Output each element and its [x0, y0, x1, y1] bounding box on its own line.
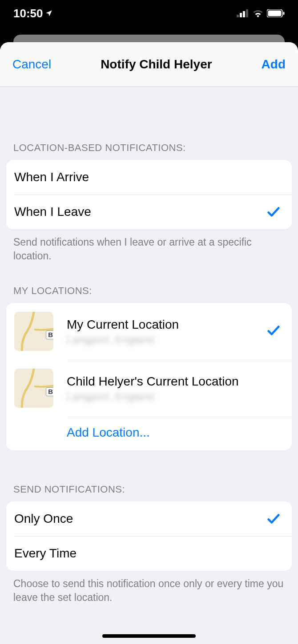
svg-rect-6 [283, 12, 285, 15]
option-label: When I Leave [14, 205, 266, 219]
option-when-i-leave[interactable]: When I Leave [6, 195, 292, 229]
option-label: When I Arrive [14, 170, 281, 184]
checkmark-icon [266, 204, 281, 219]
status-bar: 10:50 [0, 0, 298, 27]
modal-sheet: Cancel Notify Child Helyer Add LOCATION-… [0, 42, 298, 644]
svg-rect-3 [246, 9, 248, 17]
location-subtitle: Langport, England [67, 334, 262, 346]
section-footer-location-based: Send notifications when I leave or arriv… [0, 229, 298, 263]
section-header-location-based: LOCATION-BASED NOTIFICATIONS: [0, 142, 298, 158]
map-badge: B [46, 330, 53, 339]
section-header-send-notifications: SEND NOTIFICATIONS: [0, 484, 298, 500]
svg-rect-0 [237, 15, 239, 17]
svg-rect-1 [240, 13, 242, 17]
option-only-once[interactable]: Only Once [6, 501, 292, 536]
option-when-i-arrive[interactable]: When I Arrive [6, 160, 292, 195]
checkmark-icon [266, 323, 281, 338]
section-header-my-locations: MY LOCATIONS: [0, 285, 298, 301]
cancel-button[interactable]: Cancel [12, 57, 51, 72]
my-locations-group: B My Current Location Langport, England … [6, 303, 292, 450]
location-title: My Current Location [67, 317, 262, 333]
location-arrow-icon [45, 9, 53, 17]
location-child-current[interactable]: B Child Helyer's Current Location Langpo… [6, 360, 292, 417]
option-label: Only Once [14, 512, 266, 526]
option-every-time[interactable]: Every Time [6, 536, 292, 571]
option-label: Every Time [14, 546, 281, 561]
location-title: Child Helyer's Current Location [67, 374, 281, 390]
add-button[interactable]: Add [262, 57, 286, 72]
checkmark-icon [266, 511, 281, 526]
section-footer-send-notifications: Choose to send this notification once on… [0, 571, 298, 604]
map-thumbnail: B [14, 369, 53, 408]
add-location-link: Add Location... [67, 425, 150, 440]
svg-rect-5 [268, 11, 282, 16]
status-time: 10:50 [13, 7, 53, 20]
status-time-text: 10:50 [13, 7, 43, 20]
cellular-icon [237, 9, 249, 17]
page-title: Notify Child Helyer [101, 57, 212, 72]
content: LOCATION-BASED NOTIFICATIONS: When I Arr… [0, 142, 298, 622]
send-notifications-group: Only Once Every Time [6, 501, 292, 571]
location-my-current[interactable]: B My Current Location Langport, England [6, 303, 292, 360]
svg-rect-2 [243, 11, 245, 17]
status-indicators [237, 9, 285, 17]
map-thumbnail: B [14, 312, 53, 351]
home-indicator [102, 634, 196, 638]
navigation-bar: Cancel Notify Child Helyer Add [0, 42, 298, 87]
map-badge: B [46, 387, 53, 396]
location-subtitle: Langport, England [67, 390, 281, 403]
add-location-row[interactable]: Add Location... [6, 417, 292, 450]
battery-icon [267, 9, 285, 17]
location-based-group: When I Arrive When I Leave [6, 160, 292, 229]
wifi-icon [253, 9, 263, 17]
